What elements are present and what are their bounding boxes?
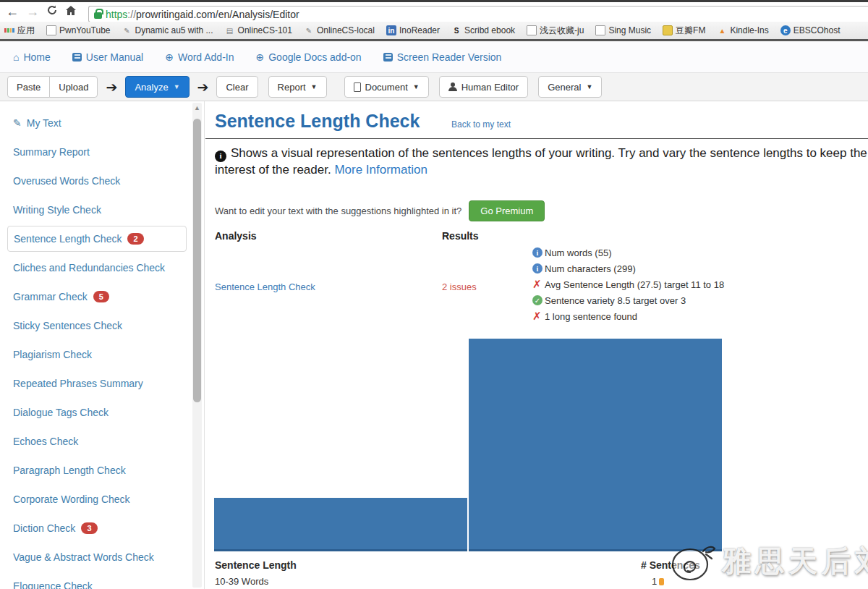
sidebar-item-summary-report[interactable]: Summary Report bbox=[0, 137, 204, 166]
arrow-right-icon: ➔ bbox=[106, 79, 117, 96]
more-information-link[interactable]: More Information bbox=[334, 163, 427, 177]
issue-count-badge: 5 bbox=[93, 291, 109, 302]
fail-icon: ✗ bbox=[532, 311, 542, 321]
url-scheme: https bbox=[106, 9, 127, 20]
browser-navbar: ← → https://prowritingaid.com/en/Analysi… bbox=[0, 2, 868, 22]
table-header-sentence-length: Sentence Length bbox=[215, 559, 297, 571]
book-icon bbox=[383, 53, 393, 62]
suggestion-icon bbox=[659, 578, 664, 585]
globe-icon: e bbox=[780, 25, 791, 35]
sidebar-item-diction[interactable]: Diction Check3 bbox=[0, 514, 204, 543]
editor-toolbar: PasteUpload ➔ Analyze▼ ➔ Clear Report▼ D… bbox=[0, 72, 868, 101]
document-icon bbox=[354, 82, 361, 92]
back-to-my-text-link[interactable]: Back to my text bbox=[451, 119, 511, 130]
sidebar-item-sticky-sentences[interactable]: Sticky Sentences Check bbox=[0, 311, 204, 340]
sidebar-scrollbar-thumb[interactable] bbox=[193, 119, 201, 402]
bookmark-item[interactable]: in InoReader bbox=[386, 25, 440, 35]
circle-plus-icon: ⊕ bbox=[165, 51, 174, 63]
result-row: ✓Sentence variety 8.5 target over 3 bbox=[532, 292, 724, 308]
report-list: ✎My Text Summary Report Overused Words C… bbox=[0, 101, 204, 589]
document-dropdown[interactable]: Document▼ bbox=[344, 76, 429, 98]
nav-user-manual[interactable]: User Manual bbox=[72, 51, 143, 63]
reload-icon[interactable] bbox=[46, 4, 58, 20]
address-bar[interactable]: https://prowritingaid.com/en/Analysis/Ed… bbox=[88, 6, 868, 22]
premium-upsell: Want to edit your text with the suggesti… bbox=[215, 200, 545, 221]
sidebar-item-repeated-phrases[interactable]: Repeated Phrases Summary bbox=[0, 369, 204, 398]
paste-button[interactable]: Paste bbox=[7, 76, 50, 98]
sentence-length-check-link[interactable]: Sentence Length Check bbox=[215, 281, 315, 292]
nav-screen-reader[interactable]: Screen Reader Version bbox=[383, 51, 502, 63]
back-icon[interactable]: ← bbox=[6, 4, 19, 20]
bookmark-item[interactable]: 豆瓣FM bbox=[663, 25, 705, 37]
result-row: iNum words (55) bbox=[532, 245, 724, 260]
sidebar-item-plagiarism[interactable]: Plagiarism Check bbox=[0, 340, 204, 369]
page-icon bbox=[527, 25, 537, 35]
result-row: ✗1 long sentence found bbox=[532, 308, 724, 324]
go-premium-button[interactable]: Go Premium bbox=[469, 200, 545, 221]
issue-count-badge: 3 bbox=[81, 522, 97, 534]
nav-word-addin[interactable]: ⊕ Word Add-In bbox=[165, 51, 234, 63]
bookmark-item[interactable]: ✎ Dynamic au5 with ... bbox=[122, 25, 213, 35]
sidebar-item-overused-words[interactable]: Overused Words Check bbox=[0, 166, 204, 195]
home-icon[interactable] bbox=[65, 4, 77, 20]
url-path: prowritingaid.com/en/Analysis/Editor bbox=[136, 9, 299, 20]
issue-count-badge: 2 bbox=[127, 233, 143, 245]
bookmark-item[interactable]: e EBSCOhost bbox=[780, 25, 841, 35]
general-select[interactable]: General▼ bbox=[538, 76, 602, 98]
bookmark-item[interactable]: ▲ Kindle-Ins bbox=[717, 25, 768, 35]
sidebar-item-cliches-redundancies[interactable]: Cliches and Redundancies Check bbox=[0, 253, 204, 282]
sidebar-item-corporate-wording[interactable]: Corporate Wording Check bbox=[0, 485, 204, 514]
results-list: iNum words (55) iNum characters (299) ✗A… bbox=[532, 245, 724, 324]
douban-icon bbox=[663, 25, 673, 35]
forward-icon[interactable]: → bbox=[26, 4, 39, 20]
nav-home[interactable]: ⌂ Home bbox=[13, 51, 51, 63]
bookmark-item[interactable]: ✎ OnlineCS-local bbox=[304, 25, 375, 35]
sidebar-item-dialogue-tags[interactable]: Dialogue Tags Check bbox=[0, 398, 204, 427]
arrow-right-icon: ➔ bbox=[197, 79, 209, 96]
circle-plus-icon: ⊕ bbox=[256, 51, 265, 63]
bookmark-icon: ▤ bbox=[225, 25, 235, 35]
sentence-length-chart bbox=[214, 337, 731, 551]
scrollbar-up-icon[interactable]: ▲ bbox=[193, 104, 201, 111]
watermark-text: 雅思天后刘薇 bbox=[722, 541, 868, 581]
sidebar-item-echoes[interactable]: Echoes Check bbox=[0, 427, 204, 456]
sidebar-item-eloquence[interactable]: Eloquence Check bbox=[0, 572, 204, 589]
chart-bar bbox=[214, 498, 467, 551]
bookmark-item[interactable]: ▤ OnlineCS-101 bbox=[225, 25, 292, 35]
premium-prompt: Want to edit your text with the suggesti… bbox=[215, 205, 461, 216]
apps-grid-icon bbox=[4, 25, 14, 35]
info-icon: i bbox=[215, 151, 226, 162]
sidebar-item-writing-style[interactable]: Writing Style Check bbox=[0, 195, 204, 224]
clear-button[interactable]: Clear bbox=[216, 76, 258, 98]
inoreader-icon: in bbox=[386, 25, 396, 35]
bookmark-item[interactable]: PwnYouTube bbox=[46, 25, 111, 35]
bookmark-item[interactable]: Sing Music bbox=[595, 25, 651, 35]
site-nav: ⌂ Home User Manual ⊕ Word Add-In ⊕ Googl… bbox=[0, 41, 868, 72]
caret-down-icon: ▼ bbox=[174, 83, 180, 90]
report-description: iShows a visual representation of the se… bbox=[215, 145, 868, 177]
sidebar-item-sentence-length[interactable]: Sentence Length Check2 bbox=[0, 224, 204, 253]
upload-button[interactable]: Upload bbox=[49, 76, 98, 98]
url-separator: :// bbox=[127, 9, 136, 20]
report-dropdown[interactable]: Report▼ bbox=[268, 76, 327, 98]
bookmark-apps[interactable]: 应用 bbox=[4, 25, 35, 37]
sidebar-item-paragraph-length[interactable]: Paragraph Length Check bbox=[0, 456, 204, 485]
home-icon: ⌂ bbox=[13, 51, 19, 63]
report-content: Sentence Length Check Back to my text iS… bbox=[205, 101, 868, 589]
bookmark-item[interactable]: 浅云收藏-ju bbox=[527, 25, 584, 37]
page-icon bbox=[595, 25, 605, 35]
divider bbox=[205, 138, 868, 139]
table-header-num-sentences: # Sentences bbox=[641, 559, 700, 571]
book-icon bbox=[72, 53, 82, 62]
human-editor-button[interactable]: Human Editor bbox=[439, 76, 528, 98]
bookmark-item[interactable]: S Scribd ebook bbox=[451, 25, 515, 35]
sidebar-item-my-text[interactable]: ✎My Text bbox=[0, 109, 204, 137]
sidebar-item-vague-abstract[interactable]: Vague & Abstract Words Check bbox=[0, 543, 204, 572]
info-icon: i bbox=[532, 247, 542, 258]
kindle-icon: ▲ bbox=[717, 25, 727, 35]
table-cell-count: 1 bbox=[652, 576, 664, 587]
issues-count: 2 issues bbox=[442, 281, 477, 292]
nav-gdocs-addon[interactable]: ⊕ Google Docs add-on bbox=[256, 51, 362, 63]
sidebar-item-grammar[interactable]: Grammar Check5 bbox=[0, 282, 204, 311]
analyze-button[interactable]: Analyze▼ bbox=[125, 76, 189, 98]
